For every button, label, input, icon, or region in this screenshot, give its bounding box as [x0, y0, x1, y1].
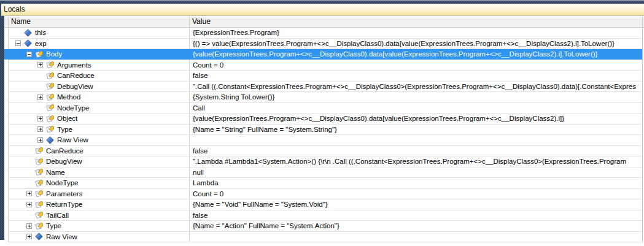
expand-collapse-toggle[interactable]	[37, 94, 43, 100]
expand-collapse-toggle[interactable]	[26, 52, 32, 57]
variable-value[interactable]	[189, 135, 642, 145]
indent-spacer	[8, 140, 37, 140]
variable-value[interactable]: false	[189, 146, 642, 156]
table-row[interactable]: TailCall false	[8, 210, 642, 221]
property-icon	[46, 93, 54, 101]
expand-collapse-toggle[interactable]	[26, 202, 32, 207]
variable-name: TailCall	[46, 212, 69, 219]
property-icon	[35, 190, 43, 198]
name-cell: Raw View	[8, 135, 88, 145]
variable-value[interactable]: null	[189, 167, 642, 178]
variable-name: Raw View	[46, 233, 77, 240]
field-icon	[24, 39, 32, 47]
variable-value[interactable]: {() => value(ExpressionTrees.Program+<>c…	[189, 39, 642, 49]
expand-collapse-toggle[interactable]	[37, 126, 43, 132]
variable-value[interactable]: {value(ExpressionTrees.Program+<>c__Disp…	[189, 113, 642, 124]
variable-value[interactable]: false	[189, 71, 642, 81]
variable-value[interactable]	[189, 232, 642, 242]
indent-spacer	[8, 193, 26, 194]
property-icon	[46, 82, 54, 90]
variable-name: Raw View	[57, 136, 88, 144]
table-row[interactable]: Parameters Count = 0	[8, 189, 642, 200]
variable-value[interactable]: ".Lambda #Lambda1<System.Action>() {\r\n…	[189, 156, 642, 167]
name-cell: NodeType	[8, 103, 89, 113]
indent-spacer	[8, 183, 26, 183]
name-cell: Arguments	[8, 60, 91, 71]
table-row[interactable]: Raw View	[8, 135, 642, 146]
variable-name: exp	[35, 40, 47, 47]
variable-name: Object	[57, 115, 77, 122]
property-icon	[35, 201, 43, 209]
name-cell: Raw View	[8, 232, 77, 242]
name-cell: NodeType	[8, 178, 78, 188]
locals-grid: Name Value this	[4, 17, 644, 246]
expand-collapse-toggle[interactable]	[15, 40, 21, 46]
vs-frame-left	[0, 4, 4, 240]
table-row[interactable]: DebugView ".Call ((.Constant<ExpressionT…	[8, 82, 642, 93]
variable-name: Method	[57, 93, 80, 101]
variable-value[interactable]: false	[189, 210, 642, 221]
expand-collapse-toggle[interactable]	[26, 191, 32, 196]
property-icon	[35, 222, 43, 230]
column-header-name[interactable]: Name	[11, 17, 31, 27]
table-row[interactable]: Arguments Count = 0	[8, 60, 642, 71]
expand-collapse-toggle[interactable]	[37, 137, 43, 143]
name-cell: DebugView	[8, 82, 93, 92]
property-icon	[35, 168, 43, 176]
table-row[interactable]: CanReduce false	[8, 146, 642, 157]
field-icon	[24, 29, 32, 37]
variable-name: Type	[57, 126, 72, 133]
table-row[interactable]: ReturnType {Name = "Void" FullName = "Sy…	[8, 199, 642, 210]
table-row[interactable]: Type {Name = "Action" FullName = "System…	[8, 221, 642, 232]
expand-collapse-toggle[interactable]	[26, 223, 32, 229]
variable-value[interactable]: {Name = "String" FullName = "System.Stri…	[189, 125, 642, 135]
variable-value[interactable]: ".Call ((.Constant<ExpressionTrees.Progr…	[189, 82, 642, 92]
table-row[interactable]: exp {() => value(ExpressionTrees.Program…	[8, 39, 642, 50]
variable-value[interactable]: Count = 0	[189, 189, 642, 199]
variable-name: Type	[46, 222, 61, 229]
table-row[interactable]: CanReduce false	[8, 71, 642, 82]
indent-spacer	[8, 236, 26, 237]
variable-name: DebugView	[46, 158, 82, 165]
indent-spacer	[8, 54, 26, 55]
table-row[interactable]: Type {Name = "String" FullName = "System…	[8, 125, 642, 136]
variable-name: Body	[46, 50, 62, 58]
expand-collapse-toggle[interactable]	[26, 234, 32, 239]
indent-spacer	[8, 204, 26, 205]
property-icon	[35, 147, 43, 155]
indent-spacer	[8, 97, 37, 98]
property-icon	[35, 179, 43, 187]
name-cell: Type	[8, 221, 61, 231]
indent-spacer	[8, 172, 26, 172]
variable-value[interactable]: Lambda	[189, 178, 642, 188]
name-cell: exp	[8, 39, 47, 49]
variable-value[interactable]: {System.String ToLower()}	[189, 92, 642, 102]
variable-value[interactable]: {ExpressionTrees.Program}	[189, 28, 642, 38]
variable-value[interactable]: Count = 0	[189, 60, 642, 71]
table-row[interactable]: NodeType Lambda	[8, 178, 642, 189]
variable-name: NodeType	[57, 104, 89, 112]
variable-value[interactable]: Call	[189, 103, 642, 113]
table-row[interactable]: NodeType Call	[8, 103, 642, 114]
variable-value[interactable]: {Name = "Action" FullName = "System.Acti…	[189, 221, 642, 231]
table-row[interactable]: Raw View	[8, 232, 642, 243]
variable-name: CanReduce	[46, 147, 83, 155]
property-icon	[46, 115, 54, 123]
table-row[interactable]: Method {System.String ToLower()}	[8, 92, 642, 103]
variable-name: Parameters	[46, 190, 82, 198]
table-row[interactable]: DebugView ".Lambda #Lambda1<System.Actio…	[8, 156, 642, 167]
table-row[interactable]: Object {value(ExpressionTrees.Program+<>…	[8, 113, 642, 125]
tool-window-titlebar[interactable]: Locals	[1, 4, 644, 16]
variable-value[interactable]: {Name = "Void" FullName = "System.Void"}	[189, 199, 642, 210]
column-header-value[interactable]: Value	[192, 17, 211, 27]
table-row[interactable]: this {ExpressionTrees.Program}	[8, 28, 642, 39]
expand-collapse-toggle[interactable]	[37, 116, 43, 121]
property-icon	[46, 72, 54, 80]
variable-value[interactable]: {value(ExpressionTrees.Program+<>c__Disp…	[189, 49, 642, 60]
expand-collapse-toggle[interactable]	[37, 62, 43, 67]
table-row[interactable]: Name null	[8, 167, 642, 179]
name-cell: Body	[8, 49, 62, 60]
property-icon	[46, 104, 54, 112]
name-cell: DebugView	[8, 156, 82, 167]
table-row[interactable]: Body {value(ExpressionTrees.Program+<>c_…	[8, 49, 642, 60]
